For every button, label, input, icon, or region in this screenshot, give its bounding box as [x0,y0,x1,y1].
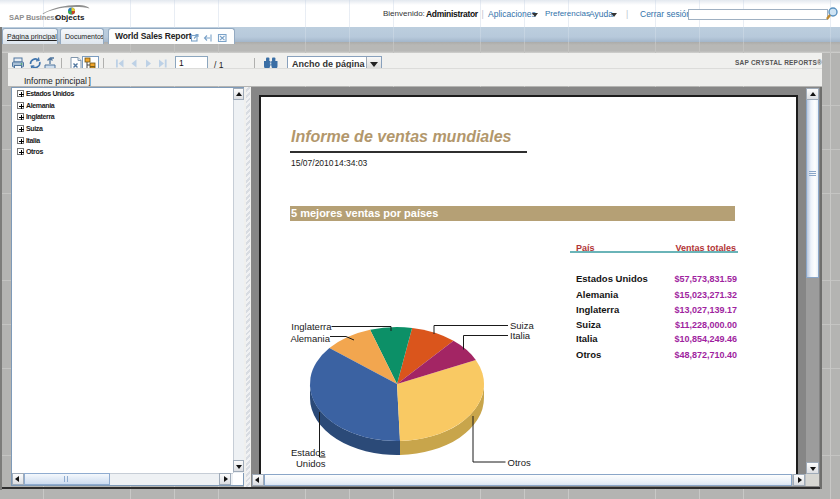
svg-text:Otros: Otros [508,457,531,468]
svg-text:Alemania: Alemania [290,333,330,344]
svg-text:SAP Business: SAP Business [9,13,59,22]
svg-text:Objects: Objects [55,13,85,22]
svg-text:Inglaterra: Inglaterra [291,321,332,332]
svg-text:Italia: Italia [510,330,531,341]
svg-text:Estados: Estados [291,447,326,458]
svg-text:Unidos: Unidos [296,458,326,469]
